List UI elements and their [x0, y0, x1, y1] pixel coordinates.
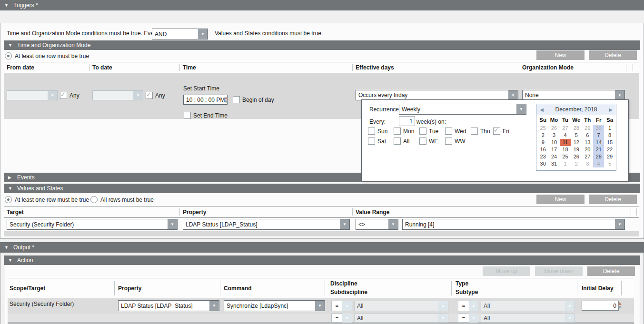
action-property-combobox[interactable]: LDAP Status [LDAP_Status] ▼	[118, 300, 219, 311]
weekday-checkbox-we[interactable]: WE	[419, 137, 438, 145]
calendar-day-cell[interactable]: 28	[593, 153, 604, 160]
calendar-day-cell[interactable]: 17	[548, 146, 559, 153]
calendar-day-cell[interactable]: 1	[560, 160, 571, 167]
vs-rule-all-radio-row[interactable]: All rows must be true	[90, 196, 154, 203]
checkbox-icon[interactable]	[233, 96, 240, 103]
calendar-day-cell[interactable]: 29	[582, 125, 593, 132]
checkbox-checked-icon[interactable]	[493, 128, 500, 135]
calendar-day-cell[interactable]: 24	[548, 153, 559, 160]
checkbox-checked-icon[interactable]	[60, 92, 67, 99]
time-spinner[interactable]	[223, 95, 228, 105]
chevron-down-icon[interactable]: ▼	[209, 301, 219, 311]
calendar-day-cell[interactable]: 15	[604, 139, 615, 146]
initial-delay-input[interactable]: 0	[582, 301, 619, 311]
checkbox-icon[interactable]	[394, 128, 401, 135]
spinner-up-icon[interactable]	[618, 302, 622, 305]
calendar-day-cell[interactable]: 7	[593, 132, 604, 139]
chevron-down-icon[interactable]: ▼	[48, 91, 57, 100]
checkbox-icon[interactable]	[368, 137, 375, 145]
calendar-day-cell[interactable]: 26	[548, 125, 559, 132]
subsection-time-org-mode[interactable]: ▼ Time and Organization Mode	[4, 40, 640, 50]
calendar-day-cell[interactable]: 4	[593, 160, 604, 167]
tom-delete-button[interactable]: Delete	[589, 50, 637, 60]
calendar-day-cell[interactable]: 29	[604, 153, 615, 160]
from-date-combobox[interactable]: ▼	[7, 90, 58, 100]
subsection-values-states[interactable]: ▼ Values and States	[4, 184, 640, 193]
tom-new-button[interactable]: New	[536, 50, 585, 60]
calendar-day-cell[interactable]: 23	[537, 153, 548, 160]
initial-delay-spinner[interactable]	[617, 300, 622, 310]
spinner-down-icon[interactable]	[618, 306, 622, 309]
calendar-day-cell[interactable]: 14	[593, 139, 604, 146]
weekday-checkbox-fri[interactable]: Fri	[493, 128, 509, 135]
filter-value-combobox[interactable]: All▼	[481, 301, 575, 311]
calendar-day-cell[interactable]: 30	[593, 125, 604, 132]
filter-value-combobox[interactable]: All▼	[481, 314, 575, 323]
events-operator-combobox[interactable]: AND ▼	[152, 29, 208, 39]
start-time-input[interactable]: 10 : 00 : 00 PM	[183, 95, 228, 105]
calendar-today-cell[interactable]: 11	[560, 139, 571, 146]
calendar-day-cell[interactable]: 2	[537, 132, 548, 139]
calendar-day-cell[interactable]: 3	[582, 160, 593, 167]
weekday-checkbox-mon[interactable]: Mon	[394, 128, 414, 135]
checkbox-icon[interactable]	[184, 112, 191, 119]
calendar-next-icon[interactable]: ▶	[606, 104, 615, 115]
spinner-up-icon[interactable]	[224, 97, 228, 99]
weekday-checkbox-wed[interactable]: Wed	[445, 128, 466, 135]
tom-rule-radio-row[interactable]: At least one row must be true	[5, 52, 89, 59]
to-any-checkbox-row[interactable]: Any	[146, 92, 165, 99]
recurrence-combobox[interactable]: Weekly ▼	[399, 104, 526, 115]
chevron-down-icon[interactable]: ▼	[388, 219, 398, 229]
vs-target-combobox[interactable]: Security (Security Folder) ▼	[7, 219, 178, 230]
radio-icon[interactable]	[90, 196, 98, 203]
chevron-down-icon[interactable]: ▼	[133, 91, 143, 100]
filter-operator-box[interactable]: =	[458, 314, 469, 323]
calendar-day-cell[interactable]: 27	[582, 153, 593, 160]
chevron-down-icon[interactable]: ▼	[615, 90, 624, 100]
vs-delete-button[interactable]: Delete	[589, 195, 637, 204]
calendar-day-cell[interactable]: 21	[593, 146, 604, 153]
calendar-day-cell[interactable]: 22	[604, 146, 615, 153]
chevron-down-icon[interactable]: ▼	[315, 301, 325, 311]
move-down-button[interactable]: Move down	[535, 266, 583, 276]
vs-value-combobox[interactable]: Running [4] ▼	[402, 219, 625, 230]
checkbox-icon[interactable]	[445, 128, 452, 135]
vs-property-combobox[interactable]: LDAP Status [LDAP_Status] ▼	[183, 219, 350, 230]
calendar-day-cell[interactable]: 25	[537, 125, 548, 132]
filter-operator-box[interactable]: =	[458, 301, 469, 311]
radio-selected-icon[interactable]	[5, 196, 12, 203]
calendar-day-cell[interactable]: 9	[537, 139, 548, 146]
calendar-day-cell[interactable]: 2	[571, 160, 582, 167]
section-triggers[interactable]: ▼ Triggers *	[0, 0, 644, 10]
action-command-combobox[interactable]: Synchronize [LdapSync] ▼	[224, 300, 325, 311]
chevron-down-icon[interactable]: ▼	[508, 90, 518, 100]
weekday-checkbox-all[interactable]: All	[394, 137, 409, 145]
subsection-action[interactable]: ▼ Action	[4, 255, 640, 265]
every-input[interactable]: 1	[399, 116, 415, 126]
calendar-day-cell[interactable]: 1	[604, 125, 615, 132]
chevron-down-icon[interactable]: ▼	[469, 301, 478, 311]
chevron-down-icon[interactable]: ▼	[615, 219, 624, 229]
calendar-day-cell[interactable]: 8	[604, 132, 615, 139]
checkbox-icon[interactable]	[394, 137, 401, 145]
weekday-checkbox-sat[interactable]: Sat	[368, 137, 386, 145]
calendar-day-cell[interactable]: 5	[571, 132, 582, 139]
calendar-day-cell[interactable]: 18	[560, 146, 571, 153]
weekday-checkbox-ww[interactable]: WW	[445, 137, 466, 145]
action-delete-button[interactable]: Delete	[587, 266, 635, 276]
weekday-checkbox-thu[interactable]: Thu	[471, 128, 490, 135]
filter-operator-box[interactable]: =	[331, 314, 343, 323]
radio-selected-icon[interactable]	[5, 52, 12, 59]
filter-operator-box[interactable]: =	[331, 301, 343, 311]
move-up-button[interactable]: Move up	[483, 266, 530, 276]
chevron-down-icon[interactable]: ▼	[438, 314, 448, 322]
chevron-down-icon[interactable]: ▼	[438, 301, 448, 311]
calendar-day-cell[interactable]: 10	[548, 139, 559, 146]
calendar-day-cell[interactable]: 16	[537, 146, 548, 153]
calendar-day-cell[interactable]: 12	[571, 139, 582, 146]
vs-operator-combobox[interactable]: <> ▼	[356, 219, 398, 230]
begin-of-day-checkbox-row[interactable]: Begin of day	[233, 96, 274, 103]
filter-value-combobox[interactable]: All▼	[354, 301, 448, 311]
chevron-down-icon[interactable]: ▼	[342, 301, 352, 311]
calendar-day-cell[interactable]: 28	[571, 125, 582, 132]
